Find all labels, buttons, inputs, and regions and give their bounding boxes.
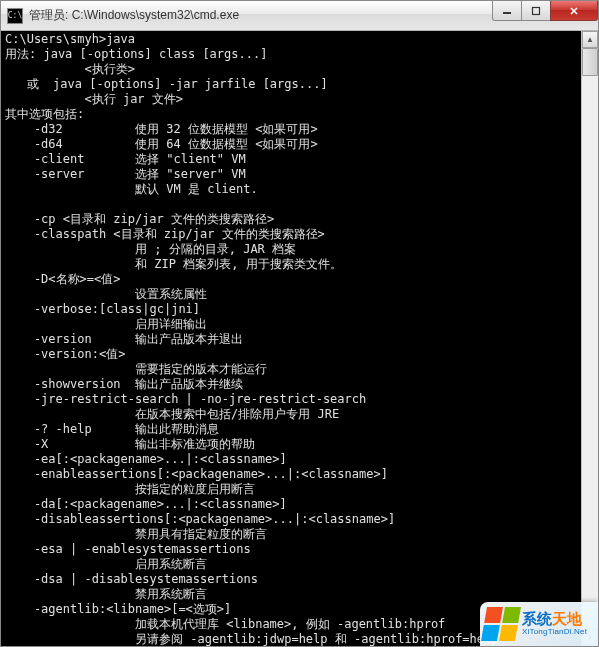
close-button[interactable] [550,1,598,21]
minimize-icon [502,6,512,16]
cmd-icon: C:\ [7,8,23,24]
window-controls [493,1,598,21]
watermark: 系统天地 XiTongTianDi.Net [480,602,598,646]
titlebar[interactable]: C:\ 管理员: C:\Windows\system32\cmd.exe [1,1,598,31]
minimize-button[interactable] [492,1,522,21]
scroll-track[interactable] [582,48,598,629]
vertical-scrollbar[interactable]: ▲ ▼ [581,31,598,646]
maximize-button[interactable] [521,1,551,21]
scroll-thumb[interactable] [582,48,598,76]
scroll-up-button[interactable]: ▲ [582,31,598,48]
watermark-logo-icon [481,607,521,641]
close-icon [569,6,579,16]
maximize-icon [531,6,541,16]
terminal-output[interactable]: C:\Users\smyh>java 用法: java [-options] c… [1,31,598,646]
watermark-text: 系统天地 XiTongTianDi.Net [522,611,587,636]
svg-rect-1 [533,7,540,14]
